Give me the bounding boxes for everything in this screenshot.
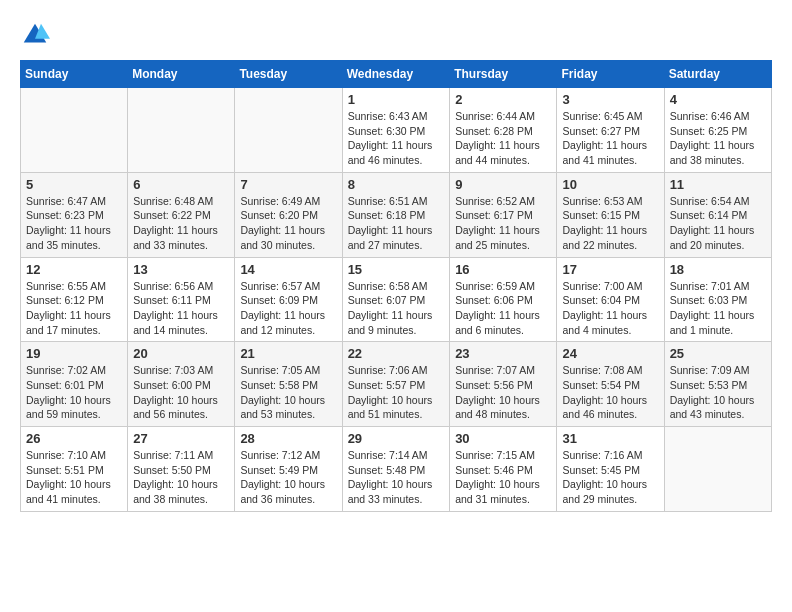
calendar-cell: 7Sunrise: 6:49 AM Sunset: 6:20 PM Daylig…	[235, 172, 342, 257]
page-header	[20, 20, 772, 50]
day-number: 4	[670, 92, 766, 107]
day-info: Sunrise: 6:58 AM Sunset: 6:07 PM Dayligh…	[348, 279, 445, 338]
calendar-cell	[128, 88, 235, 173]
day-number: 11	[670, 177, 766, 192]
calendar-table: SundayMondayTuesdayWednesdayThursdayFrid…	[20, 60, 772, 512]
day-info: Sunrise: 7:16 AM Sunset: 5:45 PM Dayligh…	[562, 448, 658, 507]
calendar-cell: 31Sunrise: 7:16 AM Sunset: 5:45 PM Dayli…	[557, 427, 664, 512]
weekday-header: Tuesday	[235, 61, 342, 88]
day-number: 20	[133, 346, 229, 361]
calendar-cell	[235, 88, 342, 173]
calendar-cell: 23Sunrise: 7:07 AM Sunset: 5:56 PM Dayli…	[450, 342, 557, 427]
calendar-week-row: 12Sunrise: 6:55 AM Sunset: 6:12 PM Dayli…	[21, 257, 772, 342]
day-number: 19	[26, 346, 122, 361]
calendar-cell: 21Sunrise: 7:05 AM Sunset: 5:58 PM Dayli…	[235, 342, 342, 427]
day-info: Sunrise: 7:05 AM Sunset: 5:58 PM Dayligh…	[240, 363, 336, 422]
calendar-cell: 27Sunrise: 7:11 AM Sunset: 5:50 PM Dayli…	[128, 427, 235, 512]
day-info: Sunrise: 6:51 AM Sunset: 6:18 PM Dayligh…	[348, 194, 445, 253]
calendar-cell: 12Sunrise: 6:55 AM Sunset: 6:12 PM Dayli…	[21, 257, 128, 342]
calendar-cell: 11Sunrise: 6:54 AM Sunset: 6:14 PM Dayli…	[664, 172, 771, 257]
day-number: 8	[348, 177, 445, 192]
calendar-cell: 15Sunrise: 6:58 AM Sunset: 6:07 PM Dayli…	[342, 257, 450, 342]
day-info: Sunrise: 6:44 AM Sunset: 6:28 PM Dayligh…	[455, 109, 551, 168]
day-info: Sunrise: 6:49 AM Sunset: 6:20 PM Dayligh…	[240, 194, 336, 253]
day-info: Sunrise: 6:56 AM Sunset: 6:11 PM Dayligh…	[133, 279, 229, 338]
day-info: Sunrise: 7:06 AM Sunset: 5:57 PM Dayligh…	[348, 363, 445, 422]
day-number: 13	[133, 262, 229, 277]
weekday-header: Thursday	[450, 61, 557, 88]
day-info: Sunrise: 6:48 AM Sunset: 6:22 PM Dayligh…	[133, 194, 229, 253]
day-info: Sunrise: 6:52 AM Sunset: 6:17 PM Dayligh…	[455, 194, 551, 253]
day-number: 22	[348, 346, 445, 361]
calendar-body: 1Sunrise: 6:43 AM Sunset: 6:30 PM Daylig…	[21, 88, 772, 512]
day-info: Sunrise: 6:46 AM Sunset: 6:25 PM Dayligh…	[670, 109, 766, 168]
day-number: 17	[562, 262, 658, 277]
calendar-week-row: 5Sunrise: 6:47 AM Sunset: 6:23 PM Daylig…	[21, 172, 772, 257]
calendar-week-row: 26Sunrise: 7:10 AM Sunset: 5:51 PM Dayli…	[21, 427, 772, 512]
calendar-cell: 2Sunrise: 6:44 AM Sunset: 6:28 PM Daylig…	[450, 88, 557, 173]
day-info: Sunrise: 7:12 AM Sunset: 5:49 PM Dayligh…	[240, 448, 336, 507]
day-number: 5	[26, 177, 122, 192]
calendar-cell: 28Sunrise: 7:12 AM Sunset: 5:49 PM Dayli…	[235, 427, 342, 512]
day-info: Sunrise: 7:08 AM Sunset: 5:54 PM Dayligh…	[562, 363, 658, 422]
calendar-cell: 6Sunrise: 6:48 AM Sunset: 6:22 PM Daylig…	[128, 172, 235, 257]
day-info: Sunrise: 7:15 AM Sunset: 5:46 PM Dayligh…	[455, 448, 551, 507]
day-info: Sunrise: 6:45 AM Sunset: 6:27 PM Dayligh…	[562, 109, 658, 168]
calendar-cell: 10Sunrise: 6:53 AM Sunset: 6:15 PM Dayli…	[557, 172, 664, 257]
day-number: 28	[240, 431, 336, 446]
weekday-header: Friday	[557, 61, 664, 88]
day-number: 15	[348, 262, 445, 277]
calendar-cell: 24Sunrise: 7:08 AM Sunset: 5:54 PM Dayli…	[557, 342, 664, 427]
calendar-cell: 16Sunrise: 6:59 AM Sunset: 6:06 PM Dayli…	[450, 257, 557, 342]
day-info: Sunrise: 7:14 AM Sunset: 5:48 PM Dayligh…	[348, 448, 445, 507]
calendar-cell: 29Sunrise: 7:14 AM Sunset: 5:48 PM Dayli…	[342, 427, 450, 512]
day-number: 7	[240, 177, 336, 192]
calendar-cell: 1Sunrise: 6:43 AM Sunset: 6:30 PM Daylig…	[342, 88, 450, 173]
day-number: 9	[455, 177, 551, 192]
day-info: Sunrise: 7:02 AM Sunset: 6:01 PM Dayligh…	[26, 363, 122, 422]
day-number: 18	[670, 262, 766, 277]
day-number: 1	[348, 92, 445, 107]
day-number: 31	[562, 431, 658, 446]
calendar-cell: 20Sunrise: 7:03 AM Sunset: 6:00 PM Dayli…	[128, 342, 235, 427]
logo	[20, 20, 54, 50]
weekday-header: Sunday	[21, 61, 128, 88]
calendar-cell: 17Sunrise: 7:00 AM Sunset: 6:04 PM Dayli…	[557, 257, 664, 342]
day-number: 23	[455, 346, 551, 361]
day-info: Sunrise: 7:11 AM Sunset: 5:50 PM Dayligh…	[133, 448, 229, 507]
day-info: Sunrise: 6:57 AM Sunset: 6:09 PM Dayligh…	[240, 279, 336, 338]
calendar-cell: 5Sunrise: 6:47 AM Sunset: 6:23 PM Daylig…	[21, 172, 128, 257]
calendar-week-row: 1Sunrise: 6:43 AM Sunset: 6:30 PM Daylig…	[21, 88, 772, 173]
calendar-cell: 9Sunrise: 6:52 AM Sunset: 6:17 PM Daylig…	[450, 172, 557, 257]
weekday-row: SundayMondayTuesdayWednesdayThursdayFrid…	[21, 61, 772, 88]
weekday-header: Monday	[128, 61, 235, 88]
day-info: Sunrise: 7:07 AM Sunset: 5:56 PM Dayligh…	[455, 363, 551, 422]
day-number: 2	[455, 92, 551, 107]
day-info: Sunrise: 6:54 AM Sunset: 6:14 PM Dayligh…	[670, 194, 766, 253]
day-number: 30	[455, 431, 551, 446]
day-number: 29	[348, 431, 445, 446]
day-info: Sunrise: 6:47 AM Sunset: 6:23 PM Dayligh…	[26, 194, 122, 253]
calendar-header: SundayMondayTuesdayWednesdayThursdayFrid…	[21, 61, 772, 88]
day-number: 6	[133, 177, 229, 192]
day-number: 26	[26, 431, 122, 446]
calendar-cell: 22Sunrise: 7:06 AM Sunset: 5:57 PM Dayli…	[342, 342, 450, 427]
calendar-cell	[664, 427, 771, 512]
day-info: Sunrise: 6:55 AM Sunset: 6:12 PM Dayligh…	[26, 279, 122, 338]
calendar-cell: 25Sunrise: 7:09 AM Sunset: 5:53 PM Dayli…	[664, 342, 771, 427]
calendar-cell: 14Sunrise: 6:57 AM Sunset: 6:09 PM Dayli…	[235, 257, 342, 342]
calendar-cell: 3Sunrise: 6:45 AM Sunset: 6:27 PM Daylig…	[557, 88, 664, 173]
calendar-cell: 19Sunrise: 7:02 AM Sunset: 6:01 PM Dayli…	[21, 342, 128, 427]
day-number: 24	[562, 346, 658, 361]
calendar-week-row: 19Sunrise: 7:02 AM Sunset: 6:01 PM Dayli…	[21, 342, 772, 427]
weekday-header: Saturday	[664, 61, 771, 88]
day-info: Sunrise: 6:43 AM Sunset: 6:30 PM Dayligh…	[348, 109, 445, 168]
day-info: Sunrise: 7:10 AM Sunset: 5:51 PM Dayligh…	[26, 448, 122, 507]
day-number: 12	[26, 262, 122, 277]
day-info: Sunrise: 7:00 AM Sunset: 6:04 PM Dayligh…	[562, 279, 658, 338]
weekday-header: Wednesday	[342, 61, 450, 88]
calendar-cell: 26Sunrise: 7:10 AM Sunset: 5:51 PM Dayli…	[21, 427, 128, 512]
day-info: Sunrise: 7:01 AM Sunset: 6:03 PM Dayligh…	[670, 279, 766, 338]
day-info: Sunrise: 7:03 AM Sunset: 6:00 PM Dayligh…	[133, 363, 229, 422]
calendar-cell: 4Sunrise: 6:46 AM Sunset: 6:25 PM Daylig…	[664, 88, 771, 173]
